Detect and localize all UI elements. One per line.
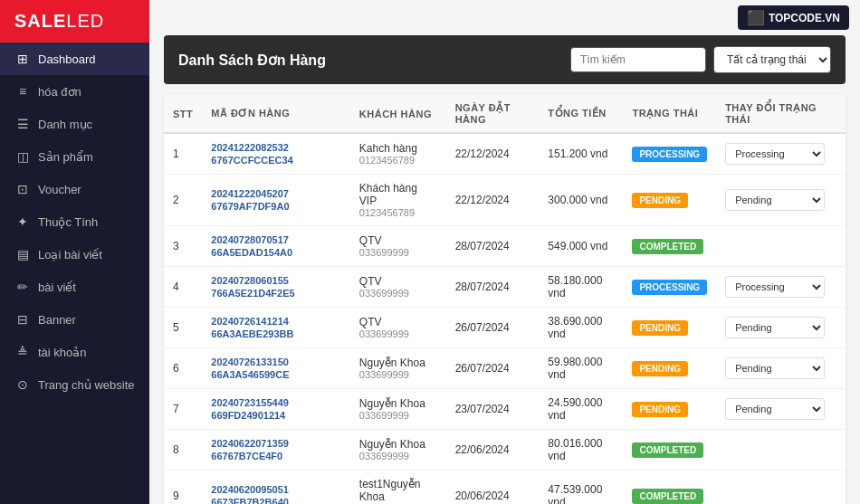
sidebar-item-label: Trang chủ website: [38, 378, 135, 392]
sidebar-item-dashboard[interactable]: ⊞ Dashboard: [0, 43, 149, 75]
sidebar-item-tai-khoan[interactable]: ≜ tài khoản: [0, 336, 149, 368]
cell-date: 28/07/2024: [446, 226, 540, 267]
table-row: 1 20241222082532 6767CCFCCEC34 Kahch hàn…: [164, 133, 846, 175]
sidebar-item-hoa-don[interactable]: ≡ hóa đơn: [0, 75, 149, 108]
cell-stt: 1: [164, 133, 202, 175]
orders-table: STT MÃ ĐƠN HÀNG KHÁCH HÀNG NGÀY ĐẶT HÀNG…: [164, 95, 846, 504]
cell-change-status: [716, 430, 846, 471]
cell-order-id: 20241222082532 6767CCFCCEC34: [202, 133, 350, 175]
sidebar-item-label: Danh mục: [38, 118, 92, 131]
cell-change-status: Pending Processing Pending Completed Can…: [716, 175, 846, 226]
cell-status: PROCESSING: [623, 267, 716, 308]
sidebar-item-san-pham[interactable]: ◫ Sản phẩm: [0, 140, 149, 173]
cell-stt: 4: [164, 267, 202, 308]
table-row: 3 20240728070517 66A5EDAD154A0 QTV 03369…: [164, 226, 846, 267]
cell-status: COMPLETED: [623, 471, 716, 505]
article-icon: ✏: [14, 280, 31, 294]
main-content: ⬛ TOPCODE.VN Danh Sách Đơn Hàng Tất cả t…: [149, 0, 860, 504]
cell-date: 22/06/2024: [446, 430, 540, 471]
table-row: 5 20240726141214 66A3AEBE293BB QTV 03369…: [164, 308, 846, 348]
table-body: 1 20241222082532 6767CCFCCEC34 Kahch hàn…: [164, 133, 846, 504]
sidebar-item-banner[interactable]: ⊟ Banner: [0, 303, 149, 336]
change-status-select[interactable]: Pending Processing Pending Completed Can…: [725, 398, 825, 420]
cell-order-id: 20240723155449 669FD24901214: [202, 389, 350, 430]
invoice-icon: ≡: [14, 84, 31, 99]
col-customer: KHÁCH HÀNG: [350, 95, 446, 133]
cell-customer: Kahch hàng 0123456789: [350, 133, 446, 175]
content-area: Danh Sách Đơn Hàng Tất cả trạng thái Pro…: [149, 35, 860, 504]
col-date: NGÀY ĐẶT HÀNG: [446, 95, 540, 133]
sidebar-item-voucher[interactable]: ⊡ Voucher: [0, 173, 149, 205]
change-status-select[interactable]: Pending Processing Pending Completed Can…: [725, 317, 825, 338]
sidebar-item-label: Voucher: [38, 183, 81, 196]
sidebar-item-trang-chu[interactable]: ⊙ Trang chủ website: [0, 368, 149, 401]
change-status-select[interactable]: Pending Processing Pending Completed Can…: [725, 189, 825, 211]
cell-stt: 6: [164, 348, 202, 389]
content-header: Danh Sách Đơn Hàng Tất cả trạng thái Pro…: [164, 35, 846, 84]
sidebar-item-label: Loại bài viết: [38, 248, 102, 262]
cell-status: PENDING: [623, 175, 716, 226]
cell-customer: QTV 033699999: [350, 308, 446, 348]
cell-status: PENDING: [623, 308, 716, 348]
cell-order-id: 20241222045207 67679AF7DF9A0: [202, 175, 350, 226]
orders-table-wrapper: STT MÃ ĐƠN HÀNG KHÁCH HÀNG NGÀY ĐẶT HÀNG…: [164, 95, 846, 504]
change-status-select[interactable]: Pending Processing Pending Completed Can…: [725, 357, 825, 379]
brand-logo: ⬛ TOPCODE.VN: [738, 5, 849, 30]
brand-icon: ⬛: [747, 9, 765, 26]
banner-icon: ⊟: [14, 312, 31, 327]
cell-total: 59.980.000 vnd: [539, 348, 623, 389]
table-row: 6 20240726133150 66A3A546599CE Nguyễn Kh…: [164, 348, 846, 389]
sidebar-item-label: hóa đơn: [38, 85, 81, 99]
cell-order-id: 20240726133150 66A3A546599CE: [202, 348, 350, 389]
topbar: ⬛ TOPCODE.VN: [149, 0, 860, 35]
cell-total: 47.539.000 vnd: [539, 471, 623, 505]
category-icon: ☰: [14, 117, 31, 131]
home-icon: ⊙: [14, 377, 31, 392]
change-status-select[interactable]: Processing Processing Pending Completed …: [725, 276, 825, 298]
cell-customer: QTV 033699999: [350, 226, 446, 267]
cell-order-id: 20240620095051 6673FB7B2B640: [202, 471, 350, 505]
table-row: 7 20240723155449 669FD24901214 Nguyễn Kh…: [164, 389, 846, 430]
page-title: Danh Sách Đơn Hàng: [178, 52, 326, 69]
cell-change-status: Processing Processing Pending Completed …: [716, 133, 846, 175]
sidebar-item-danh-muc[interactable]: ☰ Danh mục: [0, 108, 149, 140]
sidebar-item-label: Dashboard: [38, 52, 96, 66]
sidebar-item-label: bài viết: [38, 281, 76, 294]
cell-order-id: 20240622071359 66767B7CE4F0: [202, 430, 350, 471]
attribute-icon: ✦: [14, 214, 31, 229]
header-controls: Tất cả trạng thái Processing Pending Com…: [570, 46, 831, 73]
product-icon: ◫: [14, 149, 31, 164]
cell-date: 22/12/2024: [446, 175, 540, 226]
sidebar-item-label: Thuộc Tính: [38, 215, 98, 229]
cell-total: 24.590.000 vnd: [539, 389, 623, 430]
search-input[interactable]: [570, 47, 706, 72]
cell-change-status: [716, 471, 846, 505]
cell-status: PROCESSING: [623, 133, 716, 175]
cell-stt: 2: [164, 175, 202, 226]
cell-customer: test1Nguyễn Khoa 033699999: [350, 471, 446, 505]
sidebar-item-bai-viet[interactable]: ✏ bài viết: [0, 271, 149, 303]
status-filter-select[interactable]: Tất cả trạng thái Processing Pending Com…: [713, 46, 831, 73]
cell-change-status: Pending Processing Pending Completed Can…: [716, 389, 846, 430]
cell-status: COMPLETED: [623, 226, 716, 267]
cell-stt: 5: [164, 308, 202, 348]
voucher-icon: ⊡: [14, 182, 31, 196]
cell-customer: Nguyễn Khoa 033699999: [350, 389, 446, 430]
table-row: 9 20240620095051 6673FB7B2B640 test1Nguy…: [164, 471, 846, 505]
cell-customer: Nguyễn Khoa 033699999: [350, 430, 446, 471]
cell-date: 26/07/2024: [446, 348, 540, 389]
col-change-status: THAY ĐỔI TRẠNG THÁI: [716, 95, 846, 133]
cell-total: 38.690.000 vnd: [539, 308, 623, 348]
sidebar-item-thuoc-tinh[interactable]: ✦ Thuộc Tính: [0, 205, 149, 238]
brand-name: TOPCODE.VN: [769, 12, 840, 24]
cell-stt: 9: [164, 471, 202, 505]
article-type-icon: ▤: [14, 247, 31, 262]
col-status: TRẠNG THÁI: [623, 95, 716, 133]
change-status-select[interactable]: Processing Processing Pending Completed …: [725, 143, 825, 165]
cell-order-id: 20240728060155 766A5E21D4F2E5: [202, 267, 350, 308]
cell-customer: Khách hàng VIP 0123456789: [350, 175, 446, 226]
sidebar-item-loai-bai-viet[interactable]: ▤ Loại bài viết: [0, 238, 149, 271]
cell-customer: Nguyễn Khoa 033699999: [350, 348, 446, 389]
cell-stt: 7: [164, 389, 202, 430]
table-row: 2 20241222045207 67679AF7DF9A0 Khách hàn…: [164, 175, 846, 226]
